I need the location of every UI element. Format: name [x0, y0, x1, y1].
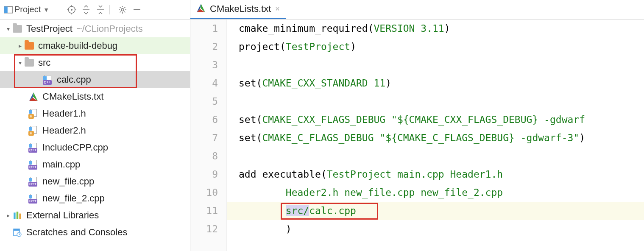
- gutter-line: 11: [190, 202, 218, 220]
- tree-root[interactable]: ▾ TestProject ~/CLionProjects: [0, 20, 190, 37]
- code-line[interactable]: project(TestProject): [227, 38, 644, 56]
- folder-icon: [12, 23, 23, 34]
- tree-label: main.cpp: [42, 159, 80, 170]
- svg-rect-1: [4, 6, 8, 13]
- tree-label: cmake-build-debug: [38, 40, 117, 51]
- svg-line-16: [124, 11, 125, 12]
- code-editor[interactable]: 1 2 3 4 5 6 7 8 9 10 11 12 cmake_minimum…: [190, 20, 644, 251]
- expand-arrow-icon[interactable]: ▾: [4, 25, 12, 32]
- hide-toolwindow-button[interactable]: [130, 3, 144, 17]
- svg-rect-24: [14, 212, 15, 219]
- close-tab-button[interactable]: ×: [275, 5, 280, 14]
- gutter-line: 12: [190, 220, 218, 238]
- expand-arrow-icon[interactable]: ▾: [16, 59, 24, 66]
- code-line[interactable]: [227, 147, 644, 165]
- settings-button[interactable]: [115, 3, 130, 17]
- editor-tab-label: CMakeLists.txt: [210, 3, 271, 14]
- collapse-all-button[interactable]: [93, 3, 108, 17]
- header-file-icon: H: [28, 108, 39, 119]
- tree-item-header2[interactable]: H Header2.h: [0, 122, 190, 139]
- svg-line-15: [120, 7, 121, 8]
- editor-tab[interactable]: CMakeLists.txt ×: [190, 0, 286, 19]
- svg-line-17: [120, 11, 121, 12]
- code-lines[interactable]: cmake_minimum_required(VERSION 3.11) pro…: [227, 20, 644, 251]
- external-libraries-icon: [12, 210, 23, 221]
- gutter-line: 5: [190, 92, 218, 111]
- tree-label: src: [38, 57, 50, 68]
- project-tree[interactable]: ▾ TestProject ~/CLionProjects ▸ cmake-bu…: [0, 20, 190, 251]
- tree-item-cmakelists[interactable]: CMakeLists.txt: [0, 88, 190, 105]
- code-line[interactable]: ): [227, 220, 644, 238]
- svg-line-18: [124, 7, 125, 8]
- toolwindow-icon: [3, 3, 14, 17]
- gutter-line: 4: [190, 74, 218, 92]
- cpp-file-icon: C++: [42, 74, 53, 85]
- code-line[interactable]: Header2.h new_file.cpp new_file_2.cpp: [227, 184, 644, 202]
- svg-point-10: [121, 8, 124, 11]
- gutter-line: 3: [190, 56, 218, 74]
- tree-item-main[interactable]: C++ main.cpp: [0, 156, 190, 173]
- gutter-line: 6: [190, 111, 218, 129]
- code-line[interactable]: set(CMAKE_C_FLAGS_DEBUG "${CMAKE_C_FLAGS…: [227, 129, 644, 147]
- expand-all-button[interactable]: [79, 3, 93, 17]
- cmake-file-icon: [196, 3, 206, 15]
- cmake-file-icon: [28, 91, 39, 102]
- editor-gutter: 1 2 3 4 5 6 7 8 9 10 11 12: [190, 20, 227, 251]
- tree-label: Header1.h: [42, 108, 86, 119]
- tree-item-header1[interactable]: H Header1.h: [0, 105, 190, 122]
- locate-file-button[interactable]: [64, 3, 79, 17]
- project-view-selector[interactable]: Project ▼: [14, 5, 52, 14]
- tree-label: IncludeCPP.cpp: [42, 142, 108, 153]
- tree-path-hint: ~/CLionProjects: [77, 23, 143, 34]
- code-line[interactable]: set(CMAKE_CXX_STANDARD 11): [227, 74, 644, 92]
- cpp-file-icon: C++: [28, 159, 39, 170]
- cpp-file-icon: C++: [28, 176, 39, 187]
- tree-item-src[interactable]: ▾ src: [0, 54, 190, 71]
- tree-label: Scratches and Consoles: [26, 227, 127, 238]
- tree-label: new_file_2.cpp: [42, 193, 105, 204]
- tree-label: CMakeLists.txt: [42, 91, 103, 102]
- tree-item-calc[interactable]: C++ calc.cpp: [0, 71, 190, 88]
- folder-icon: [24, 40, 35, 51]
- header-file-icon: H: [28, 125, 39, 136]
- code-line-current[interactable]: src/calc.cpp: [227, 202, 644, 220]
- code-line[interactable]: [227, 92, 644, 111]
- svg-rect-28: [14, 229, 20, 231]
- gutter-line: 1: [190, 20, 218, 38]
- tree-item-newfile2[interactable]: C++ new_file_2.cpp: [0, 190, 190, 207]
- gutter-line: 7: [190, 129, 218, 147]
- project-tool-window: Project ▼ ▾ T: [0, 0, 190, 251]
- gutter-line: 10: [190, 184, 218, 202]
- tree-label: TestProject: [26, 23, 72, 34]
- tree-item-scratches[interactable]: Scratches and Consoles: [0, 224, 190, 241]
- cpp-file-icon: C++: [28, 193, 39, 204]
- code-line[interactable]: cmake_minimum_required(VERSION 3.11): [227, 20, 644, 38]
- gutter-line: 9: [190, 165, 218, 184]
- tree-label: Header2.h: [42, 125, 86, 136]
- svg-rect-25: [17, 212, 18, 219]
- expand-arrow-icon[interactable]: ▸: [4, 212, 12, 219]
- tree-label: calc.cpp: [57, 74, 91, 85]
- editor-pane: CMakeLists.txt × 1 2 3 4 5 6 7 8 9 10 11…: [190, 0, 644, 251]
- tree-label: External Libraries: [26, 210, 99, 221]
- code-line[interactable]: [227, 56, 644, 74]
- project-toolbar: Project ▼: [0, 0, 190, 20]
- tree-item-cmake-build-debug[interactable]: ▸ cmake-build-debug: [0, 37, 190, 54]
- code-line[interactable]: set(CMAKE_CXX_FLAGS_DEBUG "${CMAKE_CXX_F…: [227, 111, 644, 129]
- project-view-label: Project: [14, 5, 41, 14]
- tree-item-external-libs[interactable]: ▸ External Libraries: [0, 207, 190, 224]
- svg-rect-26: [19, 214, 21, 219]
- svg-point-3: [71, 9, 72, 11]
- tree-item-newfile[interactable]: C++ new_file.cpp: [0, 173, 190, 190]
- gutter-line: 2: [190, 38, 218, 56]
- editor-tab-bar: CMakeLists.txt ×: [190, 0, 644, 20]
- tree-label: new_file.cpp: [42, 176, 94, 187]
- cpp-file-icon: C++: [28, 142, 39, 153]
- expand-arrow-icon[interactable]: ▸: [16, 42, 24, 49]
- gutter-line: 8: [190, 147, 218, 165]
- code-line[interactable]: add_executable(TestProject main.cpp Head…: [227, 165, 644, 184]
- scratches-icon: [12, 227, 23, 238]
- tree-item-includecpp[interactable]: C++ IncludeCPP.cpp: [0, 139, 190, 156]
- chevron-down-icon: ▼: [43, 6, 49, 13]
- folder-icon: [24, 57, 35, 68]
